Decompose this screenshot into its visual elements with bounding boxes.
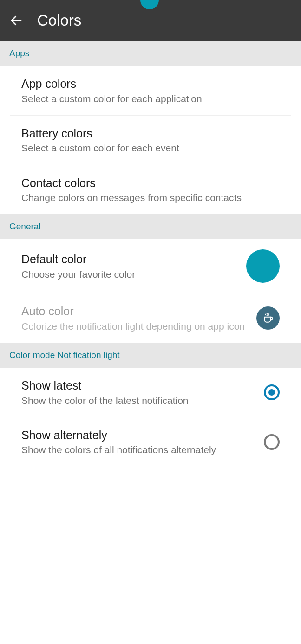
item-subtitle: Choose your favorite color <box>21 268 246 280</box>
status-indicator-circle <box>140 0 159 9</box>
auto-color-item[interactable]: Auto color Colorize the notification lig… <box>10 293 291 343</box>
item-subtitle: Select a custom color for each applicati… <box>21 92 280 105</box>
page-title: Colors <box>37 12 81 29</box>
section-header-color-mode: Color mode Notification light <box>0 343 301 368</box>
section-header-general: General <box>0 214 301 239</box>
content-area: Apps App colors Select a custom color fo… <box>0 41 301 467</box>
back-icon[interactable] <box>9 13 23 27</box>
item-title: Battery colors <box>21 126 280 141</box>
coffee-icon <box>256 306 280 330</box>
default-color-item[interactable]: Default color Choose your favorite color <box>10 239 291 293</box>
item-title: Contact colors <box>21 176 280 191</box>
show-latest-item[interactable]: Show latest Show the color of the latest… <box>10 368 291 417</box>
radio-show-alternately[interactable] <box>264 434 280 450</box>
item-title: App colors <box>21 76 280 91</box>
color-swatch[interactable] <box>246 249 280 283</box>
item-title: Show alternately <box>21 428 264 443</box>
appbar: Colors <box>0 0 301 41</box>
item-title: Default color <box>21 252 246 267</box>
item-subtitle: Change colors on messages from specific … <box>21 191 280 204</box>
radio-show-latest[interactable] <box>264 384 280 400</box>
item-subtitle: Show the color of the latest notificatio… <box>21 394 264 407</box>
item-subtitle: Select a custom color for each event <box>21 142 280 154</box>
item-subtitle: Colorize the notification light dependin… <box>21 320 256 332</box>
item-title: Show latest <box>21 378 264 393</box>
item-title: Auto color <box>21 304 256 319</box>
contact-colors-item[interactable]: Contact colors Change colors on messages… <box>10 165 291 215</box>
show-alternately-item[interactable]: Show alternately Show the colors of all … <box>10 417 291 467</box>
app-colors-item[interactable]: App colors Select a custom color for eac… <box>10 66 291 116</box>
item-subtitle: Show the colors of all notifications alt… <box>21 443 264 456</box>
battery-colors-item[interactable]: Battery colors Select a custom color for… <box>10 116 291 165</box>
section-header-apps: Apps <box>0 41 301 66</box>
